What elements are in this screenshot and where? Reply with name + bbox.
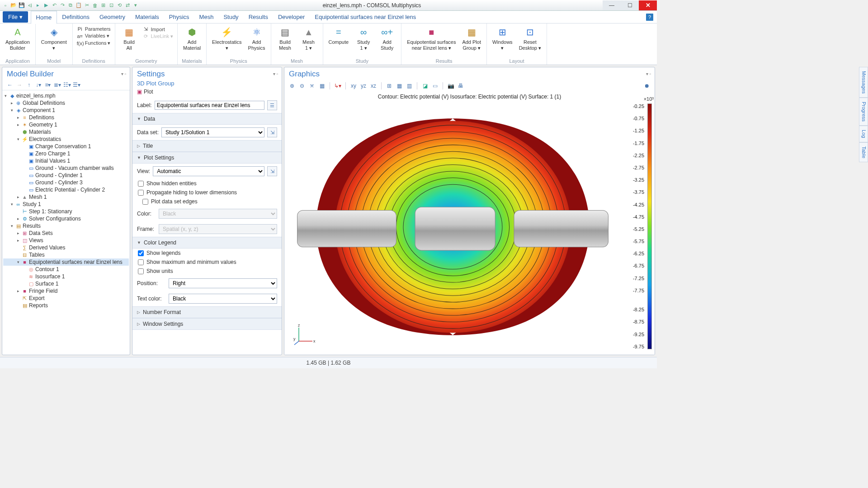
chk-showlegends[interactable] [138,250,144,256]
qat-cut-icon[interactable]: ✂ [83,2,90,9]
file-menu[interactable]: File ▾ [3,11,28,23]
qat-more-icon[interactable]: ▾ [132,2,139,9]
qat-reset-icon[interactable]: ⟲ [116,2,123,9]
hide-icon[interactable]: ▭ [431,82,439,90]
textcolor-select[interactable]: Black [169,294,277,304]
tree-geometry-1[interactable]: ▸✶Geometry 1 [3,121,129,128]
view2-icon[interactable]: ▦ [395,82,403,90]
tab-study[interactable]: Study [218,11,243,23]
ribbon-build[interactable]: ▤BuildMesh [274,25,297,52]
qat-paste-icon[interactable]: 📋 [75,2,82,9]
nav-back-icon[interactable]: ← [6,81,14,89]
settings-menu-icon[interactable]: ▾ ▫ [273,71,278,76]
section-plot-settings[interactable]: ▼Plot Settings [132,152,282,164]
qat-sync-icon[interactable]: ⇄ [124,2,131,9]
ribbon-add[interactable]: ∞+AddStudy [376,25,398,52]
collapse-icon[interactable]: ≡▾ [44,81,52,89]
list-mode-icon[interactable]: ☰▾ [72,81,80,89]
chk-plotedges[interactable] [142,199,148,205]
tree-results[interactable]: ▾▤Results [3,222,129,230]
tree-data-sets[interactable]: ▸⊞Data Sets [3,230,129,237]
zoom-box-icon[interactable]: ▦ [318,82,326,90]
tree-electric-potential-cylinder-2[interactable]: ▭Electric Potential - Cylinder 2 [3,186,129,193]
axes-icon[interactable]: ↳▾ [334,82,342,90]
tree-zero-charge-1[interactable]: ▣Zero Charge 1 [3,150,129,157]
rec-toggle-icon[interactable]: ⏺ [643,82,651,90]
ribbon-mesh[interactable]: ▲Mesh1 ▾ [297,25,320,52]
tree-charge-conservation-1[interactable]: ▣Charge Conservation 1 [3,143,129,150]
chk-showmaxmin[interactable] [138,259,144,265]
qat-new-icon[interactable]: ▫ [2,2,9,9]
qat-undo-icon[interactable]: ↶ [51,2,58,9]
ribbon-functions-[interactable]: f(x)Functions ▾ [75,40,112,47]
ribbon-equipotential-surfaces[interactable]: ■Equipotential surfacesnear Einzel lens … [404,25,458,52]
tree-initial-values-1[interactable]: ▣Initial Values 1 [3,157,129,164]
tree-global-definitions[interactable]: ▸⊕Global Definitions [3,99,129,107]
ribbon-add[interactable]: ⚛AddPhysics [245,25,268,52]
chk-showunits[interactable] [138,268,144,274]
tree-reports[interactable]: ▤Reports [3,302,129,309]
qat-cascade-icon[interactable]: ⊡ [108,2,115,9]
close-button[interactable]: ✕ [639,0,657,10]
tree-step-1-stationary[interactable]: ⊢Step 1: Stationary [3,208,129,215]
minimize-button[interactable]: — [603,0,621,10]
ribbon-reset[interactable]: ⊡ResetDesktop ▾ [516,25,544,52]
tab-developer[interactable]: Developer [273,11,310,23]
section-number-format[interactable]: ▷Number Format [132,306,282,318]
section-data[interactable]: ▼Data [132,113,282,125]
section-window-settings[interactable]: ▷Window Settings [132,318,282,330]
view-go-icon[interactable]: ⇲ [267,166,277,176]
tab-physics[interactable]: Physics [164,11,194,23]
qat-copy-icon[interactable]: ⧉ [67,2,74,9]
tree-materials[interactable]: ⬢Materials [3,128,129,136]
chk-propagate[interactable] [138,190,144,196]
qat-arrow-icon[interactable]: ▸ [34,2,42,9]
tree-equipotential-surfaces-near-einzel-lens[interactable]: ▾■Equipotential surfaces near Einzel len… [3,258,129,266]
dataset-go-icon[interactable]: ⇲ [267,127,277,137]
plot-icon[interactable]: ▣ [137,89,142,95]
xz-view-icon[interactable]: xz [369,82,377,90]
tab-definitions[interactable]: Definitions [57,11,94,23]
tab-geometry[interactable]: Geometry [94,11,130,23]
ribbon-build[interactable]: ▦BuildAll [118,25,141,52]
panel-menu-icon[interactable]: ▾ ▫ [121,71,126,76]
section-color-legend[interactable]: ▼Color Legend [132,237,282,249]
tree-solver-configurations[interactable]: ▸⚙Solver Configurations [3,215,129,222]
tree-tables[interactable]: ⊟Tables [3,251,129,258]
tree-isosurface-1[interactable]: ≋Isosurface 1 [3,273,129,280]
ribbon-component[interactable]: ◈Component▾ [38,25,70,52]
chk-hidden[interactable] [138,181,144,187]
zoom-in-icon[interactable]: ⊕ [288,82,296,90]
qat-saveall-icon[interactable]: ⩤ [26,2,33,9]
qat-del-icon[interactable]: 🗑 [91,2,99,9]
view1-icon[interactable]: ⊞ [385,82,393,90]
qat-redo-icon[interactable]: ↷ [59,2,66,9]
ribbon-windows[interactable]: ⊞Windows▾ [490,25,515,52]
xy-view-icon[interactable]: xy [349,82,358,90]
qat-save-icon[interactable]: 💾 [18,2,25,9]
view-select[interactable]: Automatic [153,166,264,176]
tab-materials[interactable]: Materials [130,11,164,23]
graphics-viewport[interactable]: Contour: Electric potential (V) Isosurfa… [284,92,655,355]
label-go-icon[interactable]: ☰ [267,100,277,110]
ribbon-compute[interactable]: =Compute [326,25,352,46]
tree-mode-icon[interactable]: ☷▾ [63,81,71,89]
nav-up-icon[interactable]: ↑ [25,81,33,89]
tree-export[interactable]: ⇱Export [3,295,129,302]
tab-equipotential-surfaces-near-einzel-lens[interactable]: Equipotential surfaces near Einzel lens [310,11,421,23]
section-title[interactable]: ▷Title [132,140,282,152]
select-icon[interactable]: ◪ [421,82,429,90]
tree-views[interactable]: ▸◫Views [3,237,129,244]
tree-ground-cylinder-3[interactable]: ▭Ground - Cylinder 3 [3,179,129,186]
tree-mesh-1[interactable]: ▸▲Mesh 1 [3,193,129,201]
help-icon[interactable]: ? [646,14,653,21]
dataset-select[interactable]: Study 1/Solution 1 [161,127,264,137]
model-tree[interactable]: ▾◆einzel_lens.mph▸⊕Global Definitions▾◈C… [2,90,130,355]
tree-contour-1[interactable]: ◎Contour 1 [3,266,129,273]
tree-surface-1[interactable]: ▢Surface 1 [3,280,129,287]
tree-definitions[interactable]: ▸≡Definitions [3,114,129,121]
yz-view-icon[interactable]: yz [359,82,368,90]
ribbon-variables-[interactable]: a=Variables ▾ [75,33,112,39]
ribbon-electrostatics[interactable]: ⚡Electrostatics▾ [209,25,244,52]
qat-tile-icon[interactable]: ⊞ [99,2,107,9]
